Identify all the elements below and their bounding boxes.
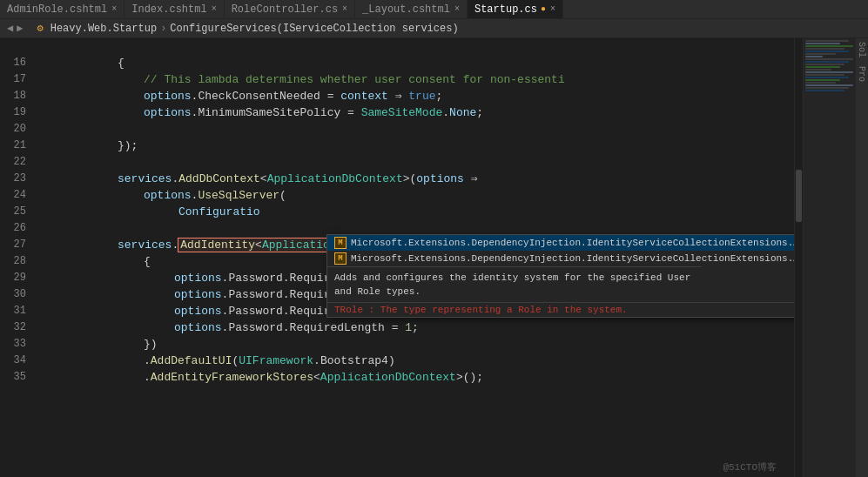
ac-footer-text: TRole : The type representing a Role in … bbox=[334, 305, 628, 315]
watermark: @51CTO博客 bbox=[723, 460, 777, 474]
breadcrumb-arrow-right: ▶ bbox=[17, 22, 23, 35]
minimap-line bbox=[805, 64, 844, 65]
tab-startup-label: Startup.cs bbox=[474, 3, 537, 16]
minimap-line bbox=[805, 69, 831, 71]
minimap-line bbox=[805, 45, 853, 47]
code-line: services.AddDbContext<ApplicationDbConte… bbox=[48, 171, 794, 187]
code-line bbox=[48, 121, 794, 138]
tab-adminrole[interactable]: AdminRole.cshtml × bbox=[0, 0, 124, 19]
tab-index[interactable]: Index.cshtml × bbox=[124, 0, 224, 19]
close-icon[interactable]: × bbox=[454, 4, 460, 14]
autocomplete-item-2[interactable]: M Microsoft.Extensions.DependencyInjecti… bbox=[327, 251, 794, 266]
tab-index-label: Index.cshtml bbox=[131, 3, 206, 16]
method-icon: M bbox=[334, 237, 347, 249]
side-label-pro[interactable]: Pro bbox=[856, 63, 868, 85]
main-layout: 16 17 18 19 20 21 22 23 24 25 26 27 28 2… bbox=[0, 38, 868, 477]
line-numbers: 16 17 18 19 20 21 22 23 24 25 26 27 28 2… bbox=[0, 38, 44, 477]
code-line: options.CheckConsentNeeded = context ⇒ t… bbox=[48, 88, 794, 104]
minimap-line bbox=[805, 43, 840, 44]
code-line: options.MinimumSameSitePolicy = SameSite… bbox=[48, 104, 794, 121]
dirty-indicator: ● bbox=[541, 4, 546, 14]
tab-layout-label: _Layout.cshtml bbox=[362, 3, 450, 16]
code-area: 16 17 18 19 20 21 22 23 24 25 26 27 28 2… bbox=[0, 38, 794, 477]
minimap-line bbox=[805, 87, 849, 89]
minimap-line bbox=[805, 82, 836, 84]
code-line: .AddEntityFrameworkStores<ApplicationDbC… bbox=[48, 369, 794, 386]
minimap-line bbox=[805, 74, 844, 76]
minimap-line bbox=[805, 56, 823, 57]
code-line: }); bbox=[48, 138, 794, 154]
tab-rolecontroller-label: RoleController.cs bbox=[232, 3, 338, 16]
code-line: options.UseSqlServer( bbox=[48, 187, 794, 204]
code-line: options.Password.RequiredLength = 1; bbox=[48, 319, 794, 336]
minimap-line bbox=[805, 90, 844, 91]
minimap-line bbox=[805, 84, 853, 86]
code-line: { bbox=[48, 55, 794, 71]
minimap-line bbox=[805, 48, 844, 50]
breadcrumb-method[interactable]: ConfigureServices(IServiceCollection ser… bbox=[170, 23, 458, 35]
minimap-line bbox=[805, 50, 849, 52]
close-icon[interactable]: × bbox=[212, 4, 217, 14]
minimap-line bbox=[805, 71, 853, 73]
minimap-line bbox=[805, 77, 849, 78]
minimap-line bbox=[805, 53, 836, 55]
side-label-sol[interactable]: Sol bbox=[856, 38, 868, 61]
code-line-comment: // This lambda determines whether user c… bbox=[48, 71, 794, 88]
ac-desc-text: Adds and configures the identity system … bbox=[334, 272, 690, 297]
breadcrumb-project[interactable]: Heavy.Web.Startup bbox=[50, 23, 157, 35]
tab-rolecontroller[interactable]: RoleController.cs × bbox=[225, 0, 355, 19]
breadcrumb-arrow: ◀ bbox=[7, 22, 13, 35]
close-icon[interactable]: × bbox=[550, 4, 555, 14]
minimap-lines bbox=[804, 38, 855, 94]
code-line bbox=[48, 38, 794, 55]
close-icon[interactable]: × bbox=[342, 4, 347, 14]
ac-item-1-text: Microsoft.Extensions.DependencyInjection… bbox=[351, 238, 794, 248]
breadcrumb-bar: ◀ ▶ ⚙ Heavy.Web.Startup › ConfigureServi… bbox=[0, 19, 868, 38]
minimap-line bbox=[805, 79, 840, 81]
autocomplete-popup: M Microsoft.Extensions.DependencyInjecti… bbox=[326, 234, 794, 318]
right-panel: Sol Pro bbox=[855, 38, 868, 477]
tab-startup[interactable]: Startup.cs ● × bbox=[468, 0, 563, 19]
tab-adminrole-label: AdminRole.cshtml bbox=[7, 3, 107, 16]
autocomplete-description: Adds and configures the identity system … bbox=[327, 266, 702, 302]
minimap-line bbox=[805, 40, 849, 42]
scrollbar-thumb[interactable] bbox=[796, 170, 802, 222]
code-line: Configuratio bbox=[48, 204, 794, 220]
minimap-line bbox=[805, 61, 849, 63]
tab-layout[interactable]: _Layout.cshtml × bbox=[355, 0, 468, 19]
code-content[interactable]: { // This lambda determines whether user… bbox=[48, 38, 794, 386]
minimap-line bbox=[805, 58, 853, 60]
code-line: .AddDefaultUI(UIFramework.Bootstrap4) bbox=[48, 353, 794, 369]
minimap-line bbox=[805, 66, 840, 68]
breadcrumb-icon: ⚙ bbox=[37, 22, 43, 35]
breadcrumb-sep: › bbox=[160, 23, 166, 35]
close-icon[interactable]: × bbox=[111, 4, 117, 14]
method-icon: M bbox=[334, 252, 347, 265]
minimap bbox=[803, 38, 855, 477]
tab-bar: AdminRole.cshtml × Index.cshtml × RoleCo… bbox=[0, 0, 868, 19]
scrollbar[interactable] bbox=[794, 38, 803, 477]
autocomplete-item-1[interactable]: M Microsoft.Extensions.DependencyInjecti… bbox=[327, 235, 794, 251]
ac-item-2-text: Microsoft.Extensions.DependencyInjection… bbox=[351, 253, 794, 264]
code-line bbox=[48, 154, 794, 171]
autocomplete-footer: TRole : The type representing a Role in … bbox=[327, 302, 794, 317]
code-line: }) bbox=[48, 336, 794, 353]
